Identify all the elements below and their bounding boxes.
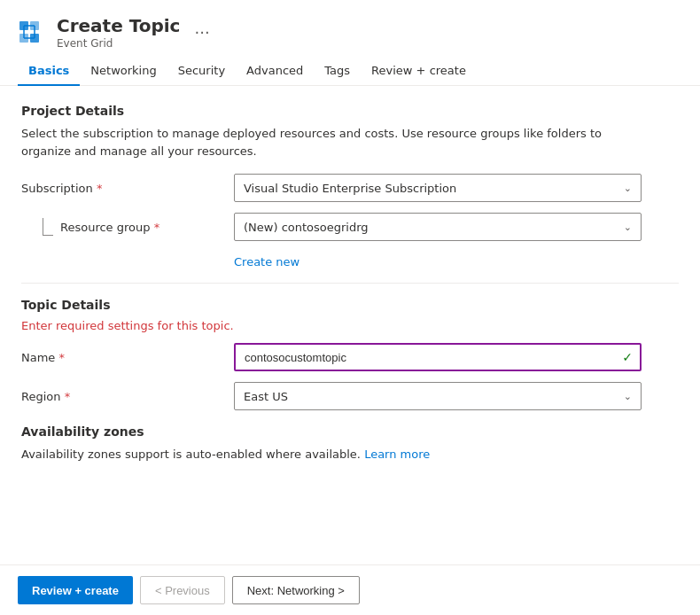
resource-group-row: Resource group * (New) contosoegridrg ⌄ — [21, 213, 679, 241]
name-check-icon: ✓ — [622, 350, 633, 364]
name-required-star: * — [59, 351, 66, 364]
region-row: Region * East US ⌄ — [21, 382, 679, 410]
resource-group-required-star: * — [154, 221, 160, 234]
availability-zones-section: Availability zones Availability zones su… — [21, 424, 679, 463]
region-required-star: * — [65, 390, 71, 403]
review-create-button[interactable]: Review + create — [18, 576, 133, 604]
subscription-row: Subscription * Visual Studio Enterprise … — [21, 174, 679, 202]
more-options-icon[interactable]: ··· — [191, 23, 213, 42]
page-title: Create Topic — [57, 14, 180, 37]
tab-advanced[interactable]: Advanced — [236, 57, 314, 86]
section-divider — [21, 283, 679, 284]
project-details-description: Select the subscription to manage deploy… — [21, 125, 624, 160]
tab-review-create[interactable]: Review + create — [361, 57, 477, 86]
subscription-value: Visual Studio Enterprise Subscription — [244, 182, 456, 195]
tab-basics[interactable]: Basics — [18, 57, 80, 86]
resource-group-control-wrap: (New) contosoegridrg ⌄ — [234, 213, 642, 241]
tab-bar: Basics Networking Security Advanced Tags… — [0, 57, 700, 86]
subscription-dropdown[interactable]: Visual Studio Enterprise Subscription ⌄ — [234, 174, 642, 202]
event-grid-icon — [18, 18, 46, 46]
region-dropdown[interactable]: East US ⌄ — [234, 382, 642, 410]
name-control-wrap: ✓ — [234, 343, 642, 371]
subscription-required-star: * — [97, 182, 103, 195]
header-text-group: Create Topic Event Grid — [57, 14, 180, 50]
previous-button[interactable]: < Previous — [140, 576, 225, 604]
subscription-chevron-icon: ⌄ — [624, 183, 632, 194]
footer: Review + create < Previous Next: Network… — [0, 564, 700, 615]
name-label: Name * — [21, 351, 234, 364]
learn-more-link[interactable]: Learn more — [364, 448, 430, 461]
tab-security[interactable]: Security — [167, 57, 236, 86]
name-row: Name * ✓ — [21, 343, 679, 371]
create-new-link[interactable]: Create new — [234, 255, 299, 269]
availability-zones-title: Availability zones — [21, 424, 679, 439]
next-button[interactable]: Next: Networking > — [232, 576, 360, 604]
connector-line — [43, 218, 53, 236]
resource-group-dropdown[interactable]: (New) contosoegridrg ⌄ — [234, 213, 642, 241]
tab-tags[interactable]: Tags — [314, 57, 361, 86]
subscription-control-wrap: Visual Studio Enterprise Subscription ⌄ — [234, 174, 642, 202]
project-details-title: Project Details — [21, 104, 679, 118]
tab-networking[interactable]: Networking — [80, 57, 167, 86]
region-value: East US — [244, 390, 288, 403]
region-chevron-icon: ⌄ — [624, 391, 632, 402]
region-control-wrap: East US ⌄ — [234, 382, 642, 410]
main-content: Project Details Select the subscription … — [0, 86, 700, 564]
resource-group-chevron-icon: ⌄ — [624, 222, 632, 233]
resource-group-label: Resource group * — [60, 221, 234, 234]
name-input-wrap: ✓ — [234, 343, 642, 371]
resource-group-value: (New) contosoegridrg — [244, 221, 369, 234]
name-input[interactable] — [234, 343, 642, 371]
topic-details-error: Enter required settings for this topic. — [21, 319, 679, 332]
availability-zones-description: Availability zones support is auto-enabl… — [21, 446, 679, 463]
topic-details-title: Topic Details — [21, 298, 679, 312]
subscription-label: Subscription * — [21, 182, 234, 195]
page-subtitle: Event Grid — [57, 37, 180, 50]
connector-indent — [21, 218, 60, 236]
region-label: Region * — [21, 390, 234, 403]
page-header: Create Topic Event Grid ··· — [0, 0, 700, 57]
